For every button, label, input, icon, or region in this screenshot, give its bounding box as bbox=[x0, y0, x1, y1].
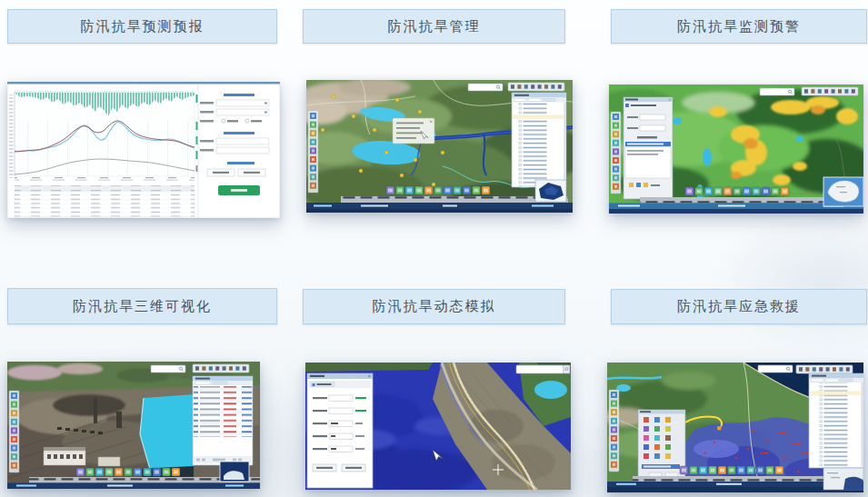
map-tools-strip bbox=[802, 87, 858, 95]
monitoring-map-image bbox=[609, 84, 863, 214]
background-haze bbox=[709, 209, 868, 354]
simulation-dialog bbox=[307, 373, 373, 488]
thumbnail-dynamic-simulation bbox=[305, 363, 571, 490]
section-title-emergency-rescue-label: 防汛抗旱应急救援 bbox=[677, 298, 801, 315]
map-toolbar bbox=[308, 111, 318, 193]
thumbnail-emergency-rescue bbox=[607, 363, 863, 492]
records-panel bbox=[193, 376, 253, 465]
dam-3d-image bbox=[7, 362, 260, 489]
section-title-dynamic-simulation[interactable]: 防汛抗旱动态模拟 bbox=[303, 289, 565, 324]
forecast-chart bbox=[8, 92, 198, 184]
overview-inset-map bbox=[823, 177, 863, 206]
forecast-dashboard-image bbox=[7, 82, 280, 218]
search-input bbox=[468, 84, 503, 91]
status-bar bbox=[7, 483, 260, 490]
map-toolbar bbox=[9, 391, 19, 472]
thumbnail-forecast bbox=[7, 82, 280, 218]
section-title-emergency-rescue[interactable]: 防汛抗旱应急救援 bbox=[611, 289, 867, 324]
map-tooltip bbox=[393, 118, 434, 144]
rescue-map-image bbox=[607, 363, 863, 492]
layer-tree-panel bbox=[809, 373, 863, 468]
section-title-3d-visualization-label: 防汛抗旱三维可视化 bbox=[73, 298, 212, 315]
map-tools-strip bbox=[508, 83, 564, 91]
section-title-dynamic-simulation-label: 防汛抗旱动态模拟 bbox=[373, 298, 496, 315]
page: 防汛抗旱预测预报 防汛抗旱管理 防汛抗旱监测预警 防汛抗旱三维可视化 防汛抗旱动… bbox=[0, 0, 868, 497]
overview-inset-map bbox=[535, 180, 566, 202]
layer-tree-panel bbox=[512, 93, 566, 187]
search-input bbox=[760, 88, 794, 95]
section-title-forecast[interactable]: 防汛抗旱预测预报 bbox=[7, 9, 277, 44]
search-input bbox=[516, 365, 570, 373]
section-title-management[interactable]: 防汛抗旱管理 bbox=[303, 9, 565, 44]
overview-inset-map bbox=[823, 468, 863, 490]
map-toolbar bbox=[611, 112, 621, 194]
management-map-image bbox=[306, 80, 573, 213]
simulation-image bbox=[305, 363, 571, 490]
monitoring-query-panel bbox=[624, 97, 673, 199]
map-toolbar bbox=[609, 390, 619, 472]
symbol-palette-panel bbox=[638, 410, 685, 482]
section-title-forecast-label: 防汛抗旱预测预报 bbox=[81, 18, 205, 35]
map-tools-strip bbox=[796, 365, 853, 373]
overview-inset-map bbox=[220, 462, 249, 482]
section-title-3d-visualization[interactable]: 防汛抗旱三维可视化 bbox=[7, 288, 277, 324]
search-input bbox=[151, 365, 185, 373]
section-title-monitoring-label: 防汛抗旱监测预警 bbox=[677, 18, 801, 35]
thumbnail-3d-visualization bbox=[7, 362, 260, 489]
map-tools-strip bbox=[193, 364, 249, 373]
thumbnail-management bbox=[306, 80, 573, 213]
section-title-monitoring[interactable]: 防汛抗旱监测预警 bbox=[611, 9, 867, 44]
forecast-table bbox=[15, 185, 195, 217]
thumbnail-monitoring bbox=[609, 84, 863, 214]
search-input bbox=[758, 365, 793, 373]
section-title-management-label: 防汛抗旱管理 bbox=[388, 18, 481, 35]
